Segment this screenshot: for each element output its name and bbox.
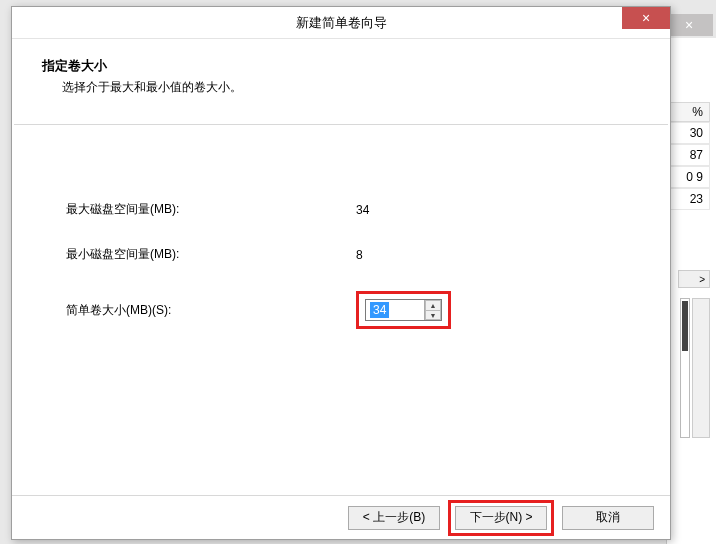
close-button[interactable]: × xyxy=(622,7,670,29)
max-space-value: 34 xyxy=(356,203,369,217)
dialog-title: 新建简单卷向导 xyxy=(296,14,387,32)
bg-cell: 87 xyxy=(666,144,710,166)
next-button-highlight: 下一步(N) > xyxy=(448,500,554,536)
bg-graph xyxy=(680,298,690,438)
close-icon: × xyxy=(642,10,650,26)
page-subheading: 选择介于最大和最小值的卷大小。 xyxy=(62,79,640,96)
max-space-row: 最大磁盘空间量(MB): 34 xyxy=(66,201,616,218)
bg-col-header: % xyxy=(666,102,710,122)
spinner-down-button[interactable]: ▼ xyxy=(425,310,441,320)
volume-size-input[interactable]: 34 xyxy=(366,300,424,320)
titlebar: 新建简单卷向导 × xyxy=(12,7,670,39)
max-space-label: 最大磁盘空间量(MB): xyxy=(66,201,356,218)
chevron-right-icon: > xyxy=(695,274,709,285)
back-button[interactable]: < 上一步(B) xyxy=(348,506,440,530)
spinner-up-button[interactable]: ▲ xyxy=(425,300,441,310)
bg-close-button: × xyxy=(665,14,713,36)
wizard-dialog: 新建简单卷向导 × 指定卷大小 选择介于最大和最小值的卷大小。 最大磁盘空间量(… xyxy=(11,6,671,540)
page-heading: 指定卷大小 xyxy=(42,57,640,75)
next-button[interactable]: 下一步(N) > xyxy=(455,506,547,530)
volume-size-spinner[interactable]: 34 ▲ ▼ xyxy=(365,299,442,321)
bg-cell: 0 9 xyxy=(666,166,710,188)
bg-cell: 23 xyxy=(666,188,710,210)
bg-scrollbar-vertical xyxy=(692,298,710,438)
volume-size-row: 简单卷大小(MB)(S): 34 ▲ ▼ xyxy=(66,291,616,329)
volume-size-highlight: 34 ▲ ▼ xyxy=(356,291,451,329)
header-section: 指定卷大小 选择介于最大和最小值的卷大小。 xyxy=(12,39,670,124)
volume-size-label: 简单卷大小(MB)(S): xyxy=(66,302,356,319)
bg-cell: 30 xyxy=(666,122,710,144)
volume-size-value: 34 xyxy=(370,302,389,318)
close-icon: × xyxy=(685,17,693,33)
min-space-label: 最小磁盘空间量(MB): xyxy=(66,246,356,263)
min-space-value: 8 xyxy=(356,248,363,262)
cancel-button[interactable]: 取消 xyxy=(562,506,654,530)
button-bar: < 上一步(B) 下一步(N) > 取消 xyxy=(12,495,670,539)
bg-table: % 30 87 0 9 23 xyxy=(666,102,710,210)
bg-scrollbar-horizontal: > xyxy=(678,270,710,288)
spinner-buttons: ▲ ▼ xyxy=(424,300,441,320)
form-area: 最大磁盘空间量(MB): 34 最小磁盘空间量(MB): 8 简单卷大小(MB)… xyxy=(12,125,670,329)
dialog-content: 指定卷大小 选择介于最大和最小值的卷大小。 最大磁盘空间量(MB): 34 最小… xyxy=(12,39,670,539)
min-space-row: 最小磁盘空间量(MB): 8 xyxy=(66,246,616,263)
